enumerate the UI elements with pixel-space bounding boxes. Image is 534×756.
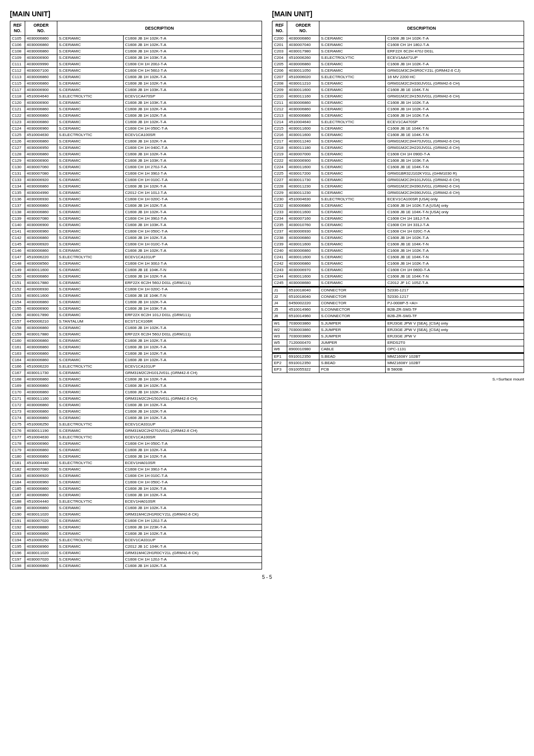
table-row: EP26910012350S.BEADMMZ1608Y 102BT [272,360,524,367]
ref-no: C155 [10,306,25,312]
description: C1608 JB 1H 102K-T-A [123,235,262,241]
component-type: S.CERAMIC [57,196,124,203]
order-no: 4030011600 [287,126,319,132]
order-no: 4030006860 [25,151,57,158]
right-header-order: ORDERNO. [287,21,319,36]
description: C1608 JB 1E 104K-T-N [USA] only [386,209,524,216]
description: ERF22X 6C2H 560J D01L (GRM111) [123,331,262,338]
component-type: S.CERAMIC [319,94,386,100]
component-type: S.CERAMIC [57,36,124,42]
ref-no: C125 [10,132,25,139]
table-row: C2034030017980S.CERAMICERF22X 6C2H 470J … [272,48,524,55]
component-type: S.CERAMIC [57,87,124,94]
table-row: C1934030006860S.CERAMICC1608 JB 1H 102K-… [10,531,262,537]
table-row: C1514030017880S.CERAMICERF22X 6C2H 560J … [10,280,262,286]
ref-no: C121 [10,106,25,113]
order-no: 4030006860 [25,344,57,351]
table-row: EP16910012350S.BEADMMZ1608Y 102BT [272,354,524,360]
description: C1608 CH 1H 060D-T-A [386,267,524,274]
component-type: S.CERAMIC [319,145,386,151]
ref-no: C241 [272,254,287,261]
description: C1608 JB 1H 103K-T-A [123,87,262,94]
component-type: S.ELECTROLYTIC [57,364,124,370]
description: GRM31BR32J102KY01L (GHM1030 R) [386,171,524,177]
table-row: C1564030017890S.CERAMICERF22X 6C2H 101J … [10,312,262,319]
table-row: C1874030006860S.CERAMICC1608 JB 1H 102K-… [10,492,262,499]
order-no: 4030006930 [25,196,57,203]
order-no: 4030006900 [25,222,57,229]
component-type: S.CERAMIC [57,557,124,563]
table-row: C1274030006950S.CERAMICC1608 CH 1H 040C-… [10,145,262,151]
description: C1608 CH 1H 050C-T-A [123,126,262,132]
order-no: 4450006210 [25,319,57,325]
table-row: C1924030008880S.CERAMICC1608 JB 1H 223K-… [10,524,262,531]
table-row: C2424030006860S.CERAMICC1608 JB 1H 102K-… [272,261,524,267]
component-type: S.CONNECTOR [319,313,386,320]
order-no: 4030011600 [25,267,57,274]
table-row: C1744030006860S.CERAMICC1608 JB 1H 102K-… [10,415,262,422]
description: ECEV1AA471UP [386,55,524,61]
order-no: 4030006860 [25,377,57,383]
component-type: S.CERAMIC [57,139,124,145]
table-row: C2004030006860S.CERAMICC1608 JB 1H 102K-… [272,36,524,42]
ref-no: C138 [10,209,25,216]
order-no: 4030006860 [25,81,57,87]
ref-no: C181 [10,460,25,467]
component-type: S.CERAMIC [57,383,124,389]
component-type: S.CERAMIC [57,145,124,151]
ref-no: C117 [10,87,25,94]
description: B2B-ZR-SM3-TF [386,313,524,320]
description: C1608 JB 1H 102K-T-A [123,531,262,537]
left-header-order: ORDERNO. [25,21,57,36]
component-type: S.CERAMIC [57,492,124,499]
description: C1608 CH 1H 020C-T-A [123,286,262,293]
description: C1608 JB 1H 102K-T-A [123,486,262,492]
table-row: C2064030011050S.CERAMICGRM31M3C2H3R0CY21… [272,68,524,74]
table-row: C1544030006860S.CERAMICC1608 JB 1H 102K-… [10,299,262,306]
table-row: C1964030011020S.CERAMICGRM31M4C2H1R0CY21… [10,550,262,557]
ref-no: C197 [10,557,25,563]
order-no: 4510006220 [25,364,57,370]
description: C1608 JB 1H 102K-T-A [123,106,262,113]
description: C1608 JB 1H 102K-T-A [386,61,524,68]
description: GRM31M2C2H150JV01L (GRM42-6 CH) [123,396,262,402]
ref-no: C182 [10,467,25,473]
order-no: 4030008960 [25,544,57,550]
table-row: C2114030006860S.CERAMICC1608 JB 1H 102K-… [272,100,524,106]
table-row: C1494030011600S.CERAMICC1608 JB 1E 104K-… [10,267,262,274]
description: C1608 JB 1H 103K-T-A [123,100,262,106]
table-row: C1064030006860S.CERAMICC1608 JB 1H 102K-… [10,42,262,48]
ref-no: C131 [10,171,25,177]
ref-no: C174 [10,415,25,422]
description: C1608 JB 1E 104K-T-N [386,254,524,261]
description: ECEV1CA331UP [123,537,262,544]
description: B 5800B [386,367,524,373]
ref-no: C235 [272,222,287,229]
order-no: 6910012350 [287,360,319,367]
order-no: 4030007020 [25,557,57,563]
component-type: S.CERAMIC [319,280,386,287]
component-type: S.ELECTROLYTIC [319,74,386,81]
component-type: S.CERAMIC [319,126,386,132]
ref-no: C172 [10,402,25,409]
right-section-title: [MAIN UNIT] [272,10,524,18]
ref-no: C180 [10,454,25,460]
ref-no: W5 [272,340,287,346]
ref-no: W1 [272,321,287,327]
order-no: 4030006860 [25,505,57,512]
order-no: 4510004630 [25,434,57,441]
component-type: S.CERAMIC [319,248,386,254]
ref-no: C185 [10,486,25,492]
order-no: 7030003860 [287,327,319,333]
order-no: 4030006860 [25,447,57,454]
ref-no: C224 [272,164,287,171]
component-type: S.CERAMIC [319,216,386,222]
description: ECEV1CA101UP [123,364,262,370]
description: GRM31M2C2H390JV01L (GRM42-6 CH) [386,190,524,196]
component-type: S.CERAMIC [57,518,124,524]
ref-no: C207 [272,74,287,81]
description: ERJ3GE JPW V [386,333,524,340]
component-type: S.ELECTROLYTIC [57,254,124,261]
component-type: S.CERAMIC [57,338,124,344]
description: ECST1CX106R [123,319,262,325]
